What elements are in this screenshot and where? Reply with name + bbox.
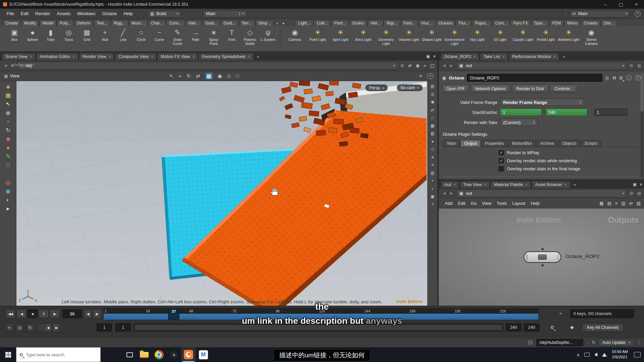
- network-menu-item[interactable]: Edit: [455, 200, 468, 207]
- action-center-icon[interactable]: [634, 352, 641, 357]
- tab-objects[interactable]: Objects: [558, 140, 580, 147]
- back-icon[interactable]: ◀: [3, 63, 8, 68]
- camera-lock-icon[interactable]: ◉: [431, 100, 434, 104]
- expand-path-icon[interactable]: ..: [586, 340, 589, 345]
- pane-tab[interactable]: /out ×: [441, 181, 459, 188]
- menu-item[interactable]: Octane: [99, 10, 120, 17]
- shelf-tool[interactable]: ● Sphere: [23, 27, 42, 46]
- close-icon[interactable]: ×: [565, 182, 567, 187]
- shelf-tool[interactable]: → Path: [186, 27, 205, 46]
- network-path-combo[interactable]: ▣ out ▾: [456, 189, 627, 197]
- help-icon[interactable]: ?: [635, 11, 641, 17]
- shelf-tool[interactable]: ○ Circle: [132, 27, 150, 46]
- close-icon[interactable]: ×: [453, 182, 456, 187]
- scene-path-combo[interactable]: ⌂ obj ▾: [17, 62, 398, 70]
- shelf-tab[interactable]: Oceans: [436, 20, 455, 26]
- shelf-tab[interactable]: Spar...: [531, 20, 549, 26]
- network-editor-canvas[interactable]: Indie Edition Outputs Octane_ROP2: [439, 208, 644, 306]
- shelf-tab[interactable]: Rigg...: [111, 20, 128, 26]
- params-scrollbar[interactable]: [641, 73, 643, 177]
- taskbar-search[interactable]: [16, 347, 101, 362]
- collapsed-params-divider[interactable]: [443, 177, 639, 177]
- layout-single-icon[interactable]: □: [431, 115, 434, 120]
- viewport-3d[interactable]: z x Persp ▾ No cam ▾ Left mouse tumbles.…: [16, 81, 427, 306]
- zoom-timeline-icon[interactable]: [551, 326, 554, 329]
- shelf-tool[interactable]: ◉ Camera: [283, 27, 306, 46]
- close-icon[interactable]: ×: [73, 54, 75, 59]
- param-action-button[interactable]: Render to Disk: [512, 85, 548, 93]
- frame-start-field[interactable]: 1: [500, 109, 542, 116]
- shelf-tool[interactable]: ▣ Box: [5, 27, 23, 46]
- checkbox[interactable]: ✓: [499, 158, 504, 163]
- display-tray-icon[interactable]: [584, 353, 590, 357]
- shelf-tool[interactable]: T Font: [223, 27, 241, 46]
- houdini-taskbar-button[interactable]: [181, 347, 196, 362]
- menu-item[interactable]: File: [3, 10, 17, 17]
- new-pane-tab-button[interactable]: +: [560, 54, 568, 60]
- refresh-icon[interactable]: ↻: [592, 340, 596, 345]
- shelf-tab[interactable]: Simp...: [255, 20, 274, 26]
- link-editors-icon[interactable]: ⇄: [408, 63, 412, 68]
- snap-mode-icon[interactable]: ▦: [205, 73, 213, 79]
- viewport-menu-icon[interactable]: ▦: [4, 74, 8, 78]
- shelf-tab[interactable]: Crowds: [581, 20, 601, 26]
- forward-icon[interactable]: ▶: [449, 190, 453, 196]
- new-pane-tab-button[interactable]: +: [571, 182, 579, 188]
- shelf-tool[interactable]: ☀ Area Light: [352, 27, 375, 46]
- pane-maximize-icon[interactable]: ▣: [633, 182, 637, 187]
- translate-tool-icon[interactable]: +: [6, 119, 10, 124]
- shelf-tab[interactable]: Musc...: [129, 20, 148, 26]
- render-region-icon[interactable]: ◎: [431, 92, 434, 97]
- display-particles-icon[interactable]: ∗: [431, 155, 434, 160]
- pane-menu-icon[interactable]: ▾: [640, 182, 642, 187]
- spinner-icon[interactable]: ▴▾: [533, 120, 535, 124]
- projection-selector[interactable]: Persp ▾: [365, 84, 388, 91]
- torus-tool-icon[interactable]: ◎: [6, 180, 11, 185]
- shelf-tool[interactable]: ☀ Ambient Light: [557, 27, 580, 46]
- checkbox[interactable]: ✓: [499, 166, 504, 171]
- shelf-tab[interactable]: Modify: [21, 20, 39, 26]
- pane-tab[interactable]: Take List ×: [480, 53, 508, 60]
- taskbar-clock[interactable]: 10:50 AM 2/5/2021: [611, 349, 628, 360]
- shelf-tab[interactable]: FEM: [549, 20, 564, 26]
- node-name-label[interactable]: Octane_ROP2: [566, 253, 599, 259]
- shelf-tool[interactable]: ∗ Spray Paint: [205, 27, 223, 46]
- shelf-tab[interactable]: Deform: [74, 20, 93, 26]
- close-icon[interactable]: ×: [474, 54, 476, 59]
- layout-nodes-icon[interactable]: ⇄: [629, 201, 633, 206]
- shelf-tool[interactable]: ☀ Distant Light: [420, 27, 443, 46]
- shelf-tool[interactable]: ◉ Stereo Camera: [580, 27, 603, 46]
- shelf-tool[interactable]: + Null: [96, 27, 114, 46]
- pane-tab[interactable]: Motion FX View ×: [157, 53, 198, 60]
- ortho-views-icon[interactable]: ▧: [431, 131, 434, 136]
- translate-mode-icon[interactable]: +: [179, 73, 182, 79]
- display-toggle-icon[interactable]: ▦: [5, 93, 11, 98]
- shelf-tab[interactable]: Create: [3, 20, 21, 26]
- pin-pane-icon[interactable]: ⊙: [400, 63, 404, 68]
- pane-tab[interactable]: Render View ×: [79, 53, 114, 60]
- close-icon[interactable]: ×: [553, 54, 556, 59]
- selection-lock-icon[interactable]: ◉: [6, 110, 11, 116]
- network-tray-icon[interactable]: [602, 353, 607, 357]
- view-mode-icon[interactable]: ◉: [218, 73, 222, 79]
- select-tool-icon[interactable]: ↖: [6, 101, 10, 107]
- gear-menu-icon[interactable]: ◎: [605, 75, 609, 80]
- shelf-tab[interactable]: Hair...: [185, 20, 202, 26]
- chevron-down-icon[interactable]: ▾: [623, 64, 624, 67]
- add-shelf-tab-button[interactable]: +: [274, 21, 280, 26]
- tab-motionblur[interactable]: MotionBlur: [508, 140, 536, 147]
- m-app-button[interactable]: M: [196, 347, 211, 362]
- dark-app-button[interactable]: [166, 347, 181, 362]
- network-menu-item[interactable]: Add: [442, 200, 455, 207]
- shelf-tab[interactable]: Poly...: [57, 20, 73, 26]
- shelf-tool[interactable]: ☀ GI Light: [489, 27, 512, 46]
- status-options-icon[interactable]: ⋮: [637, 340, 641, 345]
- chrome-button[interactable]: [152, 347, 166, 362]
- tab-scripts[interactable]: Scripts: [581, 140, 601, 147]
- network-menu-item[interactable]: Go: [468, 200, 479, 207]
- shelf-tool[interactable]: ☀ Geometry Light: [375, 27, 397, 46]
- take-selector[interactable]: Main ▴▾ ▾: [203, 10, 247, 17]
- minimize-button[interactable]: –: [598, 0, 613, 9]
- rotate-mode-icon[interactable]: ↻: [186, 73, 191, 79]
- shelf-tab[interactable]: Rigi...: [384, 20, 400, 26]
